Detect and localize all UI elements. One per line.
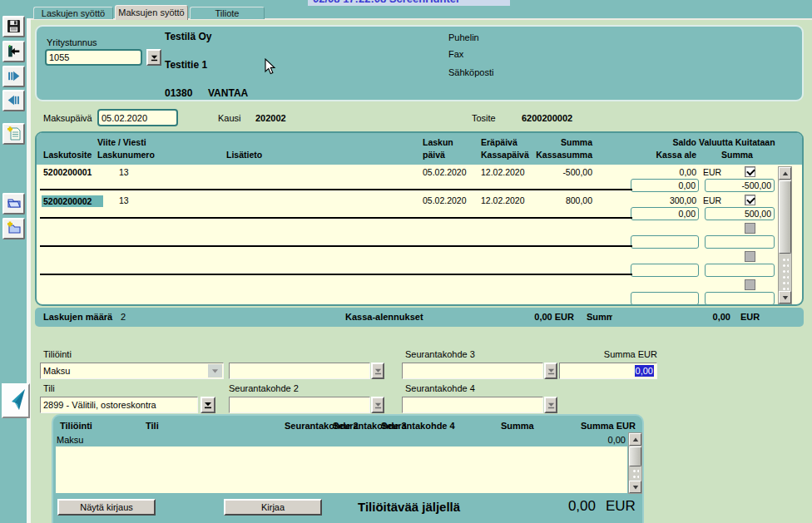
cell-valuutta: EUR bbox=[703, 195, 721, 205]
previous-record-button[interactable] bbox=[2, 90, 25, 111]
footer-summa-currency: EUR bbox=[740, 308, 760, 327]
scroll-down-button[interactable] bbox=[629, 481, 641, 493]
entry-row-summa-eur: 0,00 bbox=[552, 435, 626, 445]
tiliointi-label: Tiliöinti bbox=[43, 349, 72, 359]
row-separator bbox=[40, 274, 632, 275]
chevron-down-icon[interactable] bbox=[208, 364, 222, 377]
summa-eur-input[interactable]: 0,00 bbox=[559, 363, 657, 379]
footer-summa-label: Summa bbox=[587, 308, 612, 327]
scrollbar-thumb[interactable] bbox=[629, 447, 641, 466]
save-button[interactable] bbox=[2, 16, 25, 37]
seurantakohde2-input[interactable] bbox=[229, 397, 370, 413]
cash-discount-label: Kassa-alennukset bbox=[345, 308, 423, 327]
table-row[interactable] bbox=[37, 249, 802, 278]
tab-tiliote[interactable]: Tiliote bbox=[190, 7, 265, 19]
col-viite-1: Viite / Viesti bbox=[97, 137, 146, 147]
scrollbar-track[interactable] bbox=[782, 257, 789, 290]
cell-summa: 800,00 bbox=[503, 195, 592, 205]
col-valuutta-1: Valuutta Kuitataan bbox=[699, 137, 775, 147]
kuitataan-checkbox[interactable] bbox=[745, 279, 755, 290]
invoice-count-value: 2 bbox=[121, 308, 126, 327]
company-postal-code: 01380 bbox=[165, 87, 192, 99]
kirjaa-button[interactable]: Kirjaa bbox=[224, 499, 322, 516]
kuitataan-checkbox[interactable] bbox=[745, 195, 755, 205]
col-laskun-paiva-1: Laskun bbox=[423, 137, 453, 147]
voucher-value: 6200200002 bbox=[522, 113, 572, 123]
table-row[interactable]: 5200200002 13 05.02.2020 12.02.2020 800,… bbox=[37, 193, 802, 221]
scroll-up-button[interactable] bbox=[629, 433, 641, 446]
company-id-label: Yritystunnus bbox=[47, 37, 97, 47]
tili-input[interactable] bbox=[40, 397, 198, 413]
table-row[interactable]: 5200200001 13 05.02.2020 12.02.2020 -500… bbox=[37, 165, 802, 193]
kassa-ale-input[interactable] bbox=[631, 207, 699, 220]
kassa-ale-input[interactable] bbox=[631, 179, 699, 192]
company-id-dropdown-button[interactable] bbox=[146, 49, 161, 66]
entries-col-seurantakohde4: Seurantakohde 4 bbox=[381, 421, 455, 431]
scrollbar-track[interactable] bbox=[632, 468, 639, 480]
kuitataan-summa-input[interactable] bbox=[705, 264, 775, 277]
col-saldo-1: Saldo bbox=[611, 137, 696, 147]
scroll-up-button[interactable] bbox=[779, 167, 791, 180]
entries-list-body[interactable] bbox=[56, 447, 627, 493]
new-folder-button[interactable] bbox=[2, 218, 25, 239]
remaining-value: 0,00 bbox=[519, 498, 596, 515]
kassa-ale-input[interactable] bbox=[631, 292, 699, 305]
kuitataan-summa-input[interactable] bbox=[705, 179, 775, 192]
new-document-icon bbox=[7, 126, 22, 142]
row-separator bbox=[40, 217, 632, 219]
new-document-button[interactable] bbox=[2, 123, 25, 145]
tab-maksujen-syotto[interactable]: Maksujen syöttö bbox=[115, 5, 188, 20]
kuitataan-checkbox[interactable] bbox=[745, 251, 755, 262]
voucher-label: Tosite bbox=[472, 113, 496, 123]
seurantakohde3-input[interactable] bbox=[402, 363, 543, 379]
new-folder-icon bbox=[7, 220, 22, 237]
open-folder-button[interactable] bbox=[2, 193, 25, 215]
period-value: 202002 bbox=[255, 113, 286, 123]
fax-label: Fax bbox=[448, 49, 463, 59]
kuitataan-checkbox[interactable] bbox=[745, 166, 755, 177]
cell-saldo: 0,00 bbox=[611, 167, 696, 177]
app-logo-button[interactable] bbox=[2, 383, 30, 418]
seurantakohde4-input[interactable] bbox=[402, 397, 543, 413]
scrollbar-thumb[interactable] bbox=[779, 180, 791, 254]
seurantakohde1-dropdown-button[interactable] bbox=[371, 363, 384, 379]
entries-col-summa: Summa bbox=[501, 421, 534, 431]
seurantakohde1-input[interactable] bbox=[229, 363, 370, 379]
col-laskutosite: Laskutosite bbox=[43, 150, 92, 160]
entries-col-tiliointi: Tiliöinti bbox=[60, 421, 92, 431]
invoice-table-scrollbar[interactable] bbox=[778, 166, 792, 304]
seurantakohde4-dropdown-button[interactable] bbox=[544, 397, 557, 413]
seurantakohde3-label: Seurantakohde 3 bbox=[405, 349, 475, 359]
company-id-input[interactable] bbox=[45, 49, 142, 66]
col-valuutta-2: Summa bbox=[699, 150, 775, 160]
cell-laskun-paiva: 05.02.2020 bbox=[423, 167, 467, 177]
arrow-left-icon bbox=[7, 93, 21, 109]
seurantakohde2-label: Seurantakohde 2 bbox=[229, 383, 299, 393]
app-window: 02/08 17:22:08 ScreenHunter Laskujen syö… bbox=[0, 0, 812, 523]
tab-laskujen-syotto[interactable]: Laskujen syöttö bbox=[33, 7, 113, 19]
cell-saldo: 300,00 bbox=[611, 195, 696, 205]
entries-scrollbar[interactable] bbox=[628, 432, 642, 494]
invoice-table-footer: Laskujen määrä 2 Kassa-alennukset 0,00 E… bbox=[35, 308, 804, 327]
invoice-table-header: Laskutosite Viite / Viesti Laskunumero L… bbox=[37, 133, 802, 165]
table-row[interactable] bbox=[37, 221, 802, 249]
kuitataan-summa-input[interactable] bbox=[705, 235, 775, 249]
kassa-ale-input[interactable] bbox=[631, 264, 699, 277]
seurantakohde3-dropdown-button[interactable] bbox=[544, 363, 557, 379]
cell-laskun-paiva: 05.02.2020 bbox=[423, 195, 467, 205]
summa-eur-selected-text: 0,00 bbox=[635, 365, 654, 377]
scroll-down-button[interactable] bbox=[779, 291, 791, 303]
nayta-kirjaus-button[interactable]: Näytä kirjaus bbox=[57, 499, 156, 516]
tiliointi-select[interactable]: Maksu bbox=[40, 363, 224, 379]
payment-date-input[interactable] bbox=[97, 109, 178, 126]
next-record-button[interactable] bbox=[2, 66, 25, 87]
table-row[interactable] bbox=[37, 278, 802, 306]
kassa-ale-input[interactable] bbox=[631, 235, 699, 249]
kuitataan-checkbox[interactable] bbox=[745, 223, 755, 234]
kuitataan-summa-input[interactable] bbox=[705, 207, 775, 220]
sidebar-divider bbox=[27, 18, 31, 523]
exit-button[interactable] bbox=[2, 41, 25, 62]
tili-dropdown-button[interactable] bbox=[201, 397, 215, 413]
seurantakohde2-dropdown-button[interactable] bbox=[371, 397, 384, 413]
kuitataan-summa-input[interactable] bbox=[705, 292, 775, 305]
